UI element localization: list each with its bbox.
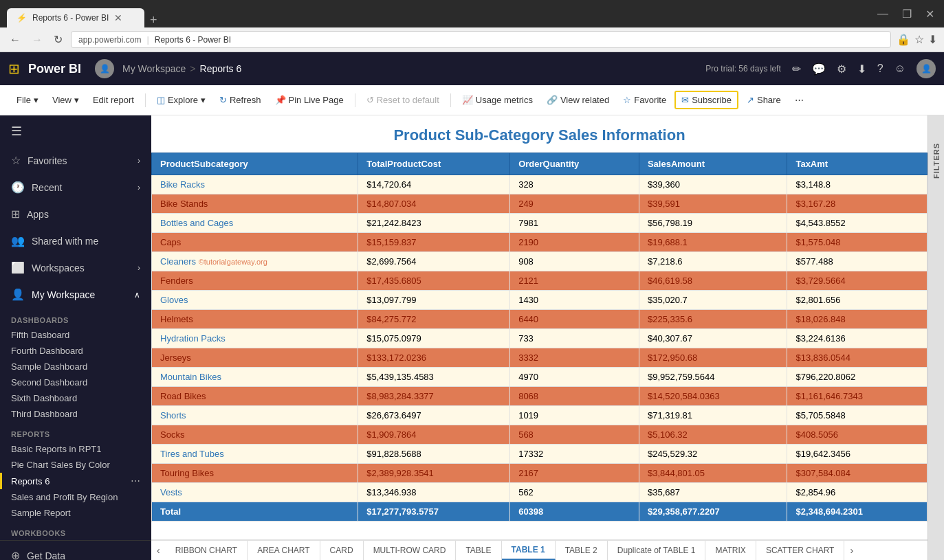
table-cell: $14,520,584.0363 xyxy=(639,387,787,406)
grid-icon[interactable]: ⊞ xyxy=(8,60,20,77)
reports-section-label: REPORTS xyxy=(0,425,151,441)
table-cell: Cleaners ©tutorialgateway.org xyxy=(152,252,358,271)
edit-icon[interactable]: ✏ xyxy=(792,63,801,76)
comment-icon[interactable]: 💬 xyxy=(812,63,826,76)
active-tab[interactable]: ⚡ Reports 6 - Power BI ✕ xyxy=(7,8,144,27)
view-menu[interactable]: View ▾ xyxy=(47,92,85,108)
star-icon: ☆ xyxy=(623,95,631,105)
table-cell: 17332 xyxy=(510,445,639,464)
tab-card[interactable]: CARD xyxy=(320,541,364,560)
user-profile-button[interactable]: 👤 xyxy=(916,59,936,78)
forward-button[interactable]: → xyxy=(29,34,45,46)
sidebar-report-0[interactable]: Basic Reports in RPT1 xyxy=(0,441,151,457)
table-cell: Helmets xyxy=(152,310,358,329)
help-icon[interactable]: ? xyxy=(877,63,883,75)
table-cell: $9,952,759.5644 xyxy=(639,368,787,387)
sidebar-dashboard-4[interactable]: Sixth Dashboard xyxy=(0,390,151,406)
tab-table[interactable]: TABLE xyxy=(456,541,501,560)
close-button[interactable]: ✕ xyxy=(923,8,937,21)
table-cell: 1019 xyxy=(510,406,639,425)
subscribe-button[interactable]: ✉ Subscribe xyxy=(674,91,738,109)
share-button[interactable]: ↗ Share xyxy=(741,92,787,108)
minimize-button[interactable]: — xyxy=(875,8,891,21)
table-row: Bike Stands$14,807.034249$39,591$3,167.2… xyxy=(152,194,927,214)
report-scroll[interactable]: Product Sub-Category Sales Information P… xyxy=(151,115,927,539)
download-icon[interactable]: ⬇ xyxy=(857,63,866,76)
header-right: Pro trial: 56 days left ✏ 💬 ⚙ ⬇ ? ☺ 👤 xyxy=(705,59,936,78)
refresh-button[interactable]: ↻ Refresh xyxy=(214,92,267,108)
tab-multi-row-card[interactable]: MULTI-ROW CARD xyxy=(364,541,457,560)
table-cell: $35,020.7 xyxy=(639,291,787,310)
table-cell: Caps xyxy=(152,233,358,252)
file-menu[interactable]: File ▾ xyxy=(11,92,44,108)
reset-default-button[interactable]: ↺ Reset to default xyxy=(361,92,445,108)
sidebar-report-4[interactable]: Sample Report xyxy=(0,505,151,521)
table-cell: $2,389,928.3541 xyxy=(358,464,510,483)
tab-duplicate-of-table-1[interactable]: Duplicate of TABLE 1 xyxy=(608,541,706,560)
edit-report-button[interactable]: Edit report xyxy=(87,92,140,108)
back-button[interactable]: ← xyxy=(7,34,23,46)
table-cell: Touring Bikes xyxy=(152,464,358,483)
table-row: Cleaners ©tutorialgateway.org$2,699.7564… xyxy=(152,252,927,271)
url-bar[interactable]: app.powerbi.com | Reports 6 - Power BI xyxy=(71,31,891,48)
tab-prev-button[interactable]: ‹ xyxy=(151,541,166,560)
user-avatar-header[interactable]: 👤 xyxy=(95,59,114,78)
favorites-label: Favorites xyxy=(28,155,67,166)
sidebar-item-apps[interactable]: ⊞ Apps xyxy=(0,201,151,227)
subscribe-label: Subscribe xyxy=(692,95,732,105)
table-cell: 562 xyxy=(510,483,639,502)
window-controls: — ❐ ✕ xyxy=(875,8,937,21)
sidebar-item-recent[interactable]: 🕐 Recent › xyxy=(0,174,151,201)
tab-table-1[interactable]: TABLE 1 xyxy=(502,541,556,560)
sidebar-report-2[interactable]: Reports 6 ⋯ xyxy=(0,473,151,489)
usage-metrics-button[interactable]: 📈 Usage metrics xyxy=(457,92,538,108)
refresh-button[interactable]: ↻ xyxy=(51,33,65,46)
bookmark-icon[interactable]: ☆ xyxy=(914,33,924,46)
browser-action-buttons: 🔒 ☆ ⬇ xyxy=(897,33,937,46)
table-cell: 1430 xyxy=(510,291,639,310)
browser-chrome: ⚡ Reports 6 - Power BI ✕ + — ❐ ✕ xyxy=(0,0,944,27)
sidebar-item-workspaces[interactable]: ⬜ Workspaces › xyxy=(0,254,151,281)
tab-area-chart[interactable]: AREA CHART xyxy=(248,541,320,560)
user-icon: 👤 xyxy=(11,288,25,301)
table-cell: $5,106.32 xyxy=(639,425,787,445)
report-link[interactable]: Reports 6 xyxy=(200,63,242,74)
workspace-link[interactable]: My Workspace xyxy=(122,63,186,74)
tab-table-2[interactable]: TABLE 2 xyxy=(556,541,608,560)
restore-button[interactable]: ❐ xyxy=(899,8,914,21)
more-options-button[interactable]: ⋯ xyxy=(789,92,809,108)
explore-button[interactable]: ◫ Explore ▾ xyxy=(151,92,211,108)
view-related-button[interactable]: 🔗 View related xyxy=(541,92,615,108)
new-tab-button[interactable]: + xyxy=(144,13,163,27)
tab-scatter-chart[interactable]: SCATTER CHART xyxy=(756,541,845,560)
sidebar-report-1[interactable]: Pie Chart Sales By Color xyxy=(0,457,151,473)
total-cell: $29,358,677.2207 xyxy=(639,502,787,522)
settings-icon[interactable]: ⚙ xyxy=(837,63,846,76)
hamburger-menu[interactable]: ☰ xyxy=(0,115,151,147)
sidebar-dashboard-0[interactable]: Fifth Dasboard xyxy=(0,327,151,343)
tab-ribbon-chart[interactable]: RIBBON CHART xyxy=(166,541,248,560)
favorite-button[interactable]: ☆ Favorite xyxy=(617,92,672,108)
sidebar-dashboard-1[interactable]: Fourth Dashboard xyxy=(0,343,151,359)
tab-matrix[interactable]: MATRIX xyxy=(705,541,756,560)
download-icon[interactable]: ⬇ xyxy=(928,33,937,46)
tabs-container: RIBBON CHARTAREA CHARTCARDMULTI-ROW CARD… xyxy=(166,541,845,560)
sidebar-report-3[interactable]: Sales and Profit By Region xyxy=(0,489,151,505)
smiley-icon[interactable]: ☺ xyxy=(894,63,905,75)
tab-next-button[interactable]: › xyxy=(844,541,859,560)
filters-panel[interactable]: FILTERS xyxy=(927,115,944,560)
sidebar-dashboard-2[interactable]: Sample Dashboard xyxy=(0,359,151,374)
sidebar-item-shared[interactable]: 👥 Shared with me xyxy=(0,227,151,254)
sidebar-dashboard-3[interactable]: Second Dashboard xyxy=(0,374,151,390)
sidebar-item-get-data[interactable]: ⊕ Get Data xyxy=(0,540,151,560)
report-options-icon[interactable]: ⋯ xyxy=(131,475,140,486)
pin-live-button[interactable]: 📌 Pin Live Page xyxy=(270,92,349,108)
sidebar-item-my-workspace[interactable]: 👤 My Workspace ∧ xyxy=(0,281,151,308)
sidebar-dashboard-5[interactable]: Third Dashboard xyxy=(0,406,151,422)
table-cell: Hydration Packs xyxy=(152,329,358,348)
table-cell: 2190 xyxy=(510,233,639,252)
sidebar-item-favorites[interactable]: ☆ Favorites › xyxy=(0,147,151,174)
tab-close-button[interactable]: ✕ xyxy=(114,12,122,23)
table-cell: $5,439,135.4583 xyxy=(358,368,510,387)
table-cell: Socks xyxy=(152,425,358,445)
